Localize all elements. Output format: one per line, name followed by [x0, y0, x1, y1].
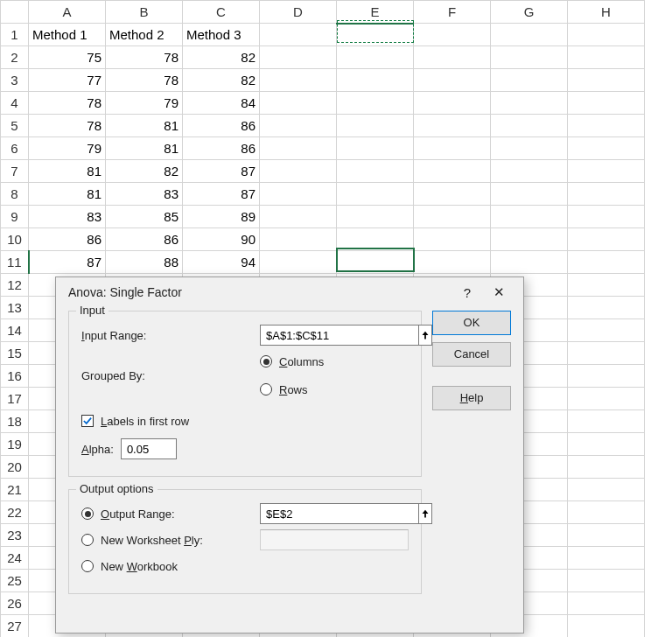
- row-hdr-18[interactable]: 18: [1, 410, 29, 433]
- cell-G9[interactable]: [491, 206, 568, 228]
- cell-D7[interactable]: [260, 160, 337, 183]
- cell-E10[interactable]: [337, 228, 414, 251]
- dialog-titlebar[interactable]: Anova: Single Factor ? ✕: [56, 277, 523, 305]
- cell-A10[interactable]: 86: [29, 228, 106, 251]
- row-hdr-12[interactable]: 12: [1, 274, 29, 297]
- output-range-field[interactable]: [260, 503, 419, 524]
- cell-D10[interactable]: [260, 228, 337, 251]
- cell-A3[interactable]: 77: [29, 69, 106, 92]
- cell-G6[interactable]: [491, 137, 568, 160]
- cell-H19[interactable]: [568, 433, 645, 456]
- cell-C6[interactable]: 86: [183, 137, 260, 160]
- cell-H21[interactable]: [568, 479, 645, 501]
- cell-C9[interactable]: 89: [183, 206, 260, 228]
- cell-B7[interactable]: 82: [106, 160, 183, 183]
- row-hdr-13[interactable]: 13: [1, 297, 29, 319]
- cell-G11[interactable]: [491, 251, 568, 274]
- radio-columns[interactable]: Columns: [260, 350, 324, 373]
- cell-D2[interactable]: [260, 46, 337, 69]
- cell-H6[interactable]: [568, 137, 645, 160]
- row-hdr-24[interactable]: 24: [1, 547, 29, 570]
- cell-D1[interactable]: [260, 24, 337, 46]
- radio-new-workbook[interactable]: New Workbook: [81, 560, 178, 573]
- cell-B6[interactable]: 81: [106, 137, 183, 160]
- col-hdr-C[interactable]: C: [183, 1, 260, 24]
- cell-F6[interactable]: [414, 137, 491, 160]
- cell-G7[interactable]: [491, 160, 568, 183]
- cell-H27[interactable]: [568, 615, 645, 638]
- cell-H10[interactable]: [568, 228, 645, 251]
- cell-E1[interactable]: [337, 24, 414, 46]
- cell-G3[interactable]: [491, 69, 568, 92]
- cell-D11[interactable]: [260, 251, 337, 274]
- cell-A8[interactable]: 81: [29, 183, 106, 206]
- cell-H3[interactable]: [568, 69, 645, 92]
- cell-G2[interactable]: [491, 46, 568, 69]
- row-hdr-21[interactable]: 21: [1, 479, 29, 501]
- select-all-corner[interactable]: [1, 1, 29, 24]
- help-button[interactable]: Help: [432, 386, 511, 410]
- row-hdr-27[interactable]: 27: [1, 615, 29, 638]
- cell-A7[interactable]: 81: [29, 160, 106, 183]
- cell-H17[interactable]: [568, 388, 645, 410]
- cell-B9[interactable]: 85: [106, 206, 183, 228]
- cell-E4[interactable]: [337, 92, 414, 115]
- cell-D9[interactable]: [260, 206, 337, 228]
- col-hdr-E[interactable]: E: [337, 1, 414, 24]
- cell-F11[interactable]: [414, 251, 491, 274]
- cell-D5[interactable]: [260, 115, 337, 137]
- dialog-help-icon[interactable]: ?: [452, 285, 483, 300]
- collapse-range-icon[interactable]: [419, 325, 432, 346]
- row-hdr-25[interactable]: 25: [1, 570, 29, 592]
- cell-B8[interactable]: 83: [106, 183, 183, 206]
- row-hdr-14[interactable]: 14: [1, 319, 29, 342]
- radio-new-worksheet-ply[interactable]: New Worksheet Ply:: [81, 534, 260, 547]
- cell-A2[interactable]: 75: [29, 46, 106, 69]
- cell-E2[interactable]: [337, 46, 414, 69]
- ok-button[interactable]: OK: [432, 311, 511, 335]
- cell-E8[interactable]: [337, 183, 414, 206]
- cell-C3[interactable]: 82: [183, 69, 260, 92]
- worksheet-ply-field[interactable]: [260, 529, 409, 550]
- cell-C5[interactable]: 86: [183, 115, 260, 137]
- cell-A5[interactable]: 78: [29, 115, 106, 137]
- cell-E7[interactable]: [337, 160, 414, 183]
- row-hdr-8[interactable]: 8: [1, 183, 29, 206]
- cell-H9[interactable]: [568, 206, 645, 228]
- col-hdr-D[interactable]: D: [260, 1, 337, 24]
- cell-E3[interactable]: [337, 69, 414, 92]
- cell-G4[interactable]: [491, 92, 568, 115]
- cell-H24[interactable]: [568, 547, 645, 570]
- alpha-field[interactable]: [121, 438, 177, 459]
- cell-H8[interactable]: [568, 183, 645, 206]
- cell-C1[interactable]: Method 3: [183, 24, 260, 46]
- col-hdr-A[interactable]: A: [29, 1, 106, 24]
- cell-H12[interactable]: [568, 274, 645, 297]
- cell-A6[interactable]: 79: [29, 137, 106, 160]
- cell-D6[interactable]: [260, 137, 337, 160]
- cell-H2[interactable]: [568, 46, 645, 69]
- row-hdr-20[interactable]: 20: [1, 456, 29, 479]
- cell-B4[interactable]: 79: [106, 92, 183, 115]
- col-hdr-F[interactable]: F: [414, 1, 491, 24]
- cell-F3[interactable]: [414, 69, 491, 92]
- cell-B5[interactable]: 81: [106, 115, 183, 137]
- row-hdr-1[interactable]: 1: [1, 24, 29, 46]
- col-hdr-H[interactable]: H: [568, 1, 645, 24]
- cell-H15[interactable]: [568, 342, 645, 365]
- row-hdr-9[interactable]: 9: [1, 206, 29, 228]
- row-hdr-10[interactable]: 10: [1, 228, 29, 251]
- cell-H11[interactable]: [568, 251, 645, 274]
- cell-G10[interactable]: [491, 228, 568, 251]
- cell-C7[interactable]: 87: [183, 160, 260, 183]
- cell-D4[interactable]: [260, 92, 337, 115]
- cell-B11[interactable]: 88: [106, 251, 183, 274]
- cell-H18[interactable]: [568, 410, 645, 433]
- cell-F1[interactable]: [414, 24, 491, 46]
- cell-A1[interactable]: Method 1: [29, 24, 106, 46]
- close-icon[interactable]: ✕: [483, 284, 514, 300]
- cell-E5[interactable]: [337, 115, 414, 137]
- cell-G1[interactable]: [491, 24, 568, 46]
- cell-F10[interactable]: [414, 228, 491, 251]
- cell-A9[interactable]: 83: [29, 206, 106, 228]
